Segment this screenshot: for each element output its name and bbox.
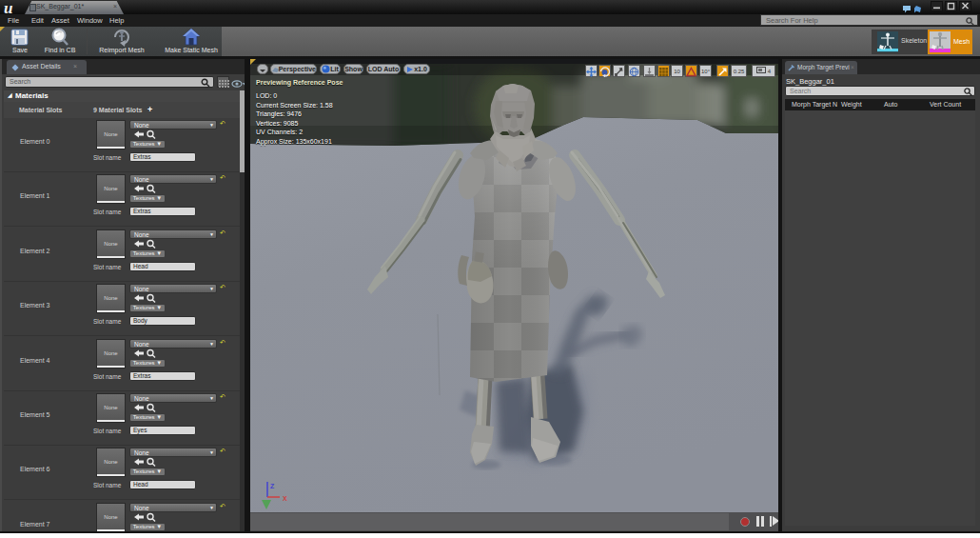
svg-text:Z: Z [270,483,275,489]
svg-text:X: X [283,495,287,502]
